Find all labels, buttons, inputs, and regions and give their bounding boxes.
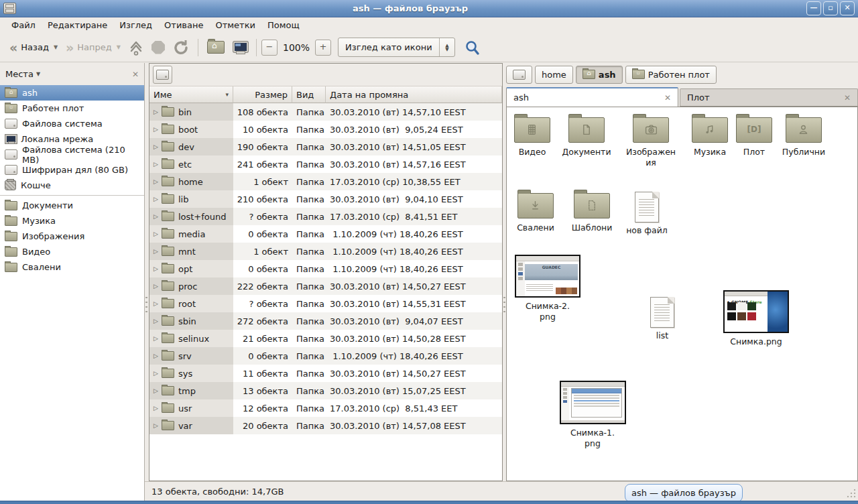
table-row-bin[interactable]: ▷bin108 обектаПапка30.03.2010 (вт) 14,57… — [149, 103, 502, 121]
reload-button[interactable] — [169, 37, 193, 58]
sidebar-item-Файлова система (210 MB)[interactable]: Файлова система (210 MB) — [0, 147, 144, 162]
sidebar-item-Музика[interactable]: Музика — [0, 213, 144, 229]
breadcrumb-root[interactable] — [506, 66, 532, 84]
sidebar-item-Изображения[interactable]: Изображения — [0, 229, 144, 244]
table-row-etc[interactable]: ▷etc241 обектаПапка30.03.2010 (вт) 14,57… — [149, 155, 502, 173]
sidebar-item-Файлова система[interactable]: Файлова система — [0, 116, 144, 131]
table-row-sys[interactable]: ▷sys11 обектаПапка30.03.2010 (вт) 14,50,… — [149, 365, 502, 382]
sidebar-item-Кошче[interactable]: Кошче — [0, 178, 144, 193]
tab-Плот[interactable]: Плот✕ — [680, 88, 858, 107]
menu-4[interactable]: Отметки — [209, 18, 261, 32]
file--[interactable]: Публични — [776, 117, 832, 158]
file--[interactable]: Видео — [504, 117, 560, 158]
expander-icon[interactable]: ▷ — [154, 248, 158, 255]
expander-icon[interactable]: ▷ — [154, 335, 158, 342]
file--[interactable]: Документи — [558, 117, 615, 158]
tab-close-icon[interactable]: ✕ — [664, 93, 671, 103]
file--[interactable]: Изображения — [623, 117, 679, 168]
menu-0[interactable]: Файл — [5, 18, 42, 32]
table-row-var[interactable]: ▷var20 обектаПапка30.03.2010 (вт) 14,57,… — [149, 417, 502, 434]
expander-icon[interactable]: ▷ — [154, 161, 158, 168]
file--1-[interactable]: Снимка-1.png — [559, 381, 626, 449]
sidebar-item-Свалени[interactable]: Свалени — [0, 259, 144, 275]
table-row-opt[interactable]: ▷opt0 обектаПапка 1.10.2009 (чт) 18,40,2… — [149, 260, 502, 277]
file--png[interactable]: ⚫ GNOME StoreСнимка.png — [723, 290, 790, 347]
expander-icon[interactable]: ▷ — [154, 213, 158, 220]
view-mode-spinner-icon[interactable]: ▲▼ — [439, 38, 454, 56]
expander-icon[interactable]: ▷ — [154, 126, 158, 133]
table-row-selinux[interactable]: ▷selinux21 обектаПапка30.03.2010 (вт) 14… — [149, 330, 502, 347]
file--[interactable]: Свалени — [507, 193, 564, 233]
sidebar-item-Работен плот[interactable]: ▫Работен плот — [0, 101, 144, 116]
file--[interactable]: нов файл — [619, 192, 675, 236]
table-row-dev[interactable]: ▷dev190 обектаПапка30.03.2010 (вт) 14,51… — [149, 138, 502, 155]
sidebar-resize-handle[interactable] — [145, 295, 148, 315]
minimize-button[interactable]: — — [806, 1, 821, 15]
column-header-1[interactable]: Размер — [233, 86, 292, 103]
search-button[interactable] — [461, 37, 485, 58]
table-row-root[interactable]: ▷root? обектаПапка30.03.2010 (вт) 14,55,… — [149, 295, 502, 312]
expander-icon[interactable]: ▷ — [154, 353, 158, 359]
table-row-tmp[interactable]: ▷tmp13 обектаПапка30.03.2010 (вт) 15,07,… — [149, 382, 502, 399]
breadcrumb-ash[interactable]: ⌂ash — [576, 66, 623, 84]
back-button[interactable]: « Назад ▼ — [5, 40, 62, 55]
expander-icon[interactable]: ▷ — [154, 405, 158, 412]
expander-icon[interactable]: ▷ — [154, 143, 158, 150]
column-header-2[interactable]: Вид — [292, 86, 326, 103]
taskbar-window-button[interactable]: ash — файлов браузър — [625, 484, 743, 502]
table-row-lost+found[interactable]: ▷lost+found? обектаПапка17.03.2010 (ср) … — [149, 208, 502, 225]
expander-icon[interactable]: ▷ — [154, 178, 158, 185]
table-row-srv[interactable]: ▷srv0 обектаПапка 1.10.2009 (чт) 18,40,2… — [149, 347, 502, 365]
root-location-button[interactable] — [153, 66, 172, 84]
table-row-boot[interactable]: ▷boot10 обектаПапка30.03.2010 (вт) 9,05,… — [149, 121, 502, 138]
table-row-usr[interactable]: ▷usr12 обектаПапка17.03.2010 (ср) 8,51,4… — [149, 399, 502, 417]
table-row-mnt[interactable]: ▷mnt1 обектПапка 1.10.2009 (чт) 18,40,26… — [149, 243, 502, 260]
maximize-button[interactable]: ▫ — [823, 1, 838, 15]
sidebar-item-ash[interactable]: ⌂ash — [0, 85, 144, 101]
expander-icon[interactable]: ▷ — [154, 196, 158, 202]
expander-icon[interactable]: ▷ — [154, 231, 158, 237]
zoom-in-button[interactable]: + — [315, 40, 331, 56]
view-mode-select[interactable]: Изглед като икони ▲▼ — [338, 38, 455, 57]
menu-5[interactable]: Помощ — [261, 18, 306, 32]
computer-button[interactable] — [229, 39, 251, 56]
sidebar-item-Шифриран дял (80 GB)[interactable]: Шифриран дял (80 GB) — [0, 162, 144, 178]
expander-icon[interactable]: ▷ — [154, 300, 158, 307]
file--2-[interactable]: GUADECСнимка-2.png — [514, 255, 581, 322]
menu-3[interactable]: Отиване — [158, 18, 209, 32]
file--[interactable]: Шаблони — [564, 193, 620, 233]
home-button[interactable] — [203, 38, 229, 56]
expander-icon[interactable]: ▷ — [154, 387, 158, 394]
places-header[interactable]: Места ▼ ✕ — [0, 63, 144, 85]
breadcrumb-Работен плот[interactable]: ▫Работен плот — [625, 66, 717, 84]
menu-2[interactable]: Изглед — [113, 18, 158, 32]
table-row-media[interactable]: ▷media0 обектаПапка 1.10.2009 (чт) 18,40… — [149, 225, 502, 243]
expander-icon[interactable]: ▷ — [154, 370, 158, 377]
expander-icon[interactable]: ▷ — [154, 422, 158, 429]
back-dropdown-icon[interactable]: ▼ — [54, 44, 58, 50]
sidebar-item-Документи[interactable]: Документи — [0, 198, 144, 213]
file--[interactable]: [D]Плот — [726, 117, 782, 158]
up-button[interactable] — [125, 37, 147, 58]
table-row-lib[interactable]: ▷lib210 обектаПапка30.03.2010 (вт) 9,04,… — [149, 190, 502, 208]
breadcrumb-home[interactable]: home — [535, 66, 573, 84]
table-row-home[interactable]: ▷home1 обектПапка17.03.2010 (ср) 10,38,5… — [149, 173, 502, 190]
menu-1[interactable]: Редактиране — [42, 18, 113, 32]
tab-ash[interactable]: ash✕ — [506, 87, 678, 107]
file-list[interactable]: list — [634, 297, 690, 341]
table-row-proc[interactable]: ▷proc222 обектаПапка30.03.2010 (вт) 14,5… — [149, 277, 502, 295]
column-header-0[interactable]: Име▾ — [149, 86, 233, 103]
close-button[interactable]: ✕ — [840, 1, 855, 15]
table-row-sbin[interactable]: ▷sbin272 обектаПапка30.03.2010 (вт) 9,04… — [149, 312, 502, 330]
expander-icon[interactable]: ▷ — [154, 109, 158, 115]
zoom-out-button[interactable]: − — [261, 40, 278, 56]
forward-button[interactable]: » Напред ▼ — [62, 40, 125, 55]
tab-close-icon[interactable]: ✕ — [844, 93, 851, 103]
sidebar-item-Видео[interactable]: Видео — [0, 244, 144, 259]
expander-icon[interactable]: ▷ — [154, 283, 158, 290]
column-header-3[interactable]: Дата на промяна — [326, 86, 502, 103]
resize-grip[interactable] — [846, 488, 857, 499]
icon-view[interactable]: ВидеоДокументиИзображенияМузика[D]ПлотПу… — [506, 107, 858, 481]
expander-icon[interactable]: ▷ — [154, 318, 158, 324]
places-close-icon[interactable]: ✕ — [132, 70, 139, 79]
